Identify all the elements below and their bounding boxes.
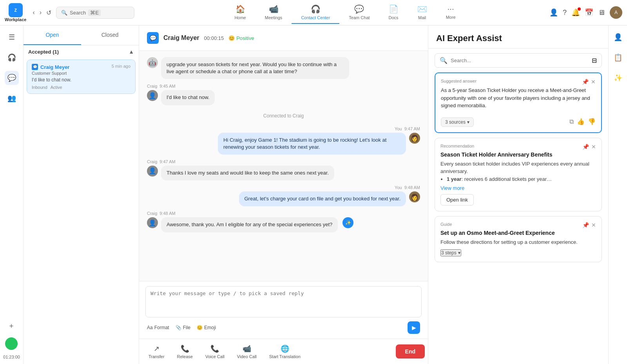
- sidebar-person-icon[interactable]: 👤: [611, 30, 625, 44]
- tab-contact-center-label: Contact Center: [301, 15, 330, 20]
- tab-meetings-label: Meetings: [265, 15, 283, 20]
- close-icon[interactable]: ✕: [591, 79, 596, 85]
- sidebar-chat-icon[interactable]: 💬: [5, 71, 19, 85]
- nav-arrows: ‹ › ↺: [31, 7, 53, 18]
- nav-forward-button[interactable]: ›: [38, 7, 43, 18]
- craig-avatar: 👤: [147, 90, 158, 101]
- video-call-button[interactable]: 📹 Video Call: [231, 341, 263, 362]
- message-group: You 9:47 AM 👩 Hi Craig, enjoy Game 1! Th…: [147, 126, 420, 155]
- steps-button[interactable]: 3 steps ▾: [440, 249, 461, 256]
- view-more-link[interactable]: View more: [440, 185, 596, 191]
- chat-type-icon: 💬: [147, 32, 159, 44]
- tab-meetings[interactable]: 📹 Meetings: [256, 1, 292, 24]
- ai-search-icon: 🔍: [440, 57, 448, 64]
- close-icon[interactable]: ✕: [591, 222, 596, 228]
- message-row: 👤 I'd like to chat now.: [147, 90, 420, 105]
- conv-tag-active: Active: [51, 85, 62, 90]
- message-bubble: Thanks I love my seats and would like to…: [161, 166, 334, 180]
- ai-filter-icon[interactable]: ⊟: [592, 57, 597, 64]
- file-tool[interactable]: 📎 File: [176, 325, 190, 330]
- emoji-tool[interactable]: 😊 Emoji: [197, 325, 216, 330]
- tab-more[interactable]: ··· More: [437, 1, 465, 24]
- chat-sentiment: 😊 Positive: [228, 35, 254, 41]
- bot-avatar: 🤖: [147, 57, 158, 68]
- message-group: Craig 9:47 AM 👤 Thanks I love my seats a…: [147, 159, 420, 180]
- avatar[interactable]: A: [610, 6, 622, 19]
- contact-center-icon: 🎧: [311, 4, 321, 14]
- sentiment-icon: 😊: [228, 35, 235, 41]
- profile-icon[interactable]: 👤: [549, 8, 558, 17]
- search-bar[interactable]: 🔍 Search ⌘E: [56, 7, 134, 19]
- tab-open[interactable]: Open: [24, 25, 81, 45]
- conv-item-header: 💬 Craig Meyer 5 min ago: [32, 64, 130, 70]
- thumbs-down-button[interactable]: 👎: [588, 118, 596, 125]
- left-sidebar: ☰ 🎧 💬 👥 ＋ 01:23:00: [0, 25, 24, 364]
- tab-contact-center[interactable]: 🎧 Contact Center: [292, 1, 339, 24]
- voice-call-button[interactable]: 📞 Voice Call: [199, 341, 231, 362]
- send-icon: ▶: [412, 324, 416, 331]
- voice-call-label: Voice Call: [205, 354, 225, 359]
- transfer-button[interactable]: ↗ Transfer: [142, 341, 171, 362]
- tab-docs[interactable]: 📄 Docs: [379, 1, 408, 24]
- conversation-item[interactable]: 💬 Craig Meyer 5 min ago Customer Support…: [27, 59, 136, 94]
- send-button[interactable]: ▶: [408, 321, 420, 334]
- ai-suggest-button[interactable]: ✨: [342, 217, 353, 228]
- tab-home[interactable]: 🏠 Home: [225, 1, 255, 24]
- chat-input[interactable]: [145, 286, 422, 317]
- sidebar-team-icon[interactable]: 👥: [5, 91, 19, 105]
- nav-history-button[interactable]: ↺: [45, 7, 53, 18]
- message-bubble: Hi Craig, enjoy Game 1! The stadium is g…: [218, 133, 406, 155]
- screen-icon[interactable]: 🖥: [598, 9, 605, 17]
- ai-search-bar[interactable]: 🔍 ⊟: [435, 53, 602, 68]
- pin-icon[interactable]: 📌: [582, 79, 589, 85]
- nav-back-button[interactable]: ‹: [31, 7, 36, 18]
- calendar-icon[interactable]: 📅: [585, 8, 593, 17]
- format-tool[interactable]: Aa Format: [147, 325, 169, 330]
- close-icon[interactable]: ✕: [591, 144, 596, 150]
- tab-mail[interactable]: ✉️ Mail: [408, 1, 437, 24]
- add-icon[interactable]: ＋: [4, 319, 18, 333]
- section-toggle-icon[interactable]: ▲: [129, 49, 134, 55]
- pin-icon[interactable]: 📌: [582, 144, 589, 150]
- message-row: 👤 Awesome, thank you. Am I eligible for …: [147, 217, 420, 232]
- chat-input-area: Aa Format 📎 File 😊 Emoji ▶: [139, 281, 428, 339]
- conv-item-time: 5 min ago: [112, 64, 130, 68]
- ai-search-input[interactable]: [451, 58, 589, 63]
- message-time: 9:47 AM: [159, 159, 175, 164]
- sidebar-clipboard-icon[interactable]: 📋: [611, 50, 625, 65]
- open-link-button[interactable]: Open link: [440, 194, 474, 205]
- chat-footer: ↗ Transfer 📞 Release 📞 Voice Call 📹 Vide…: [139, 339, 428, 364]
- message-meta: You 9:48 AM: [147, 185, 420, 190]
- tab-closed[interactable]: Closed: [81, 25, 139, 45]
- tab-team-chat[interactable]: 💬 Team Chat: [339, 1, 379, 24]
- format-label: Format: [154, 325, 169, 330]
- release-button[interactable]: 📞 Release: [171, 341, 199, 362]
- input-toolbar: Aa Format 📎 File 😊 Emoji ▶: [145, 319, 422, 334]
- tab-team-chat-label: Team Chat: [349, 15, 370, 20]
- help-icon[interactable]: ?: [563, 9, 567, 17]
- sources-button[interactable]: 3 sources ▾: [441, 117, 474, 127]
- sidebar-menu-icon[interactable]: ☰: [5, 30, 19, 44]
- conv-tabs: Open Closed: [24, 25, 139, 45]
- transfer-label: Transfer: [149, 354, 165, 359]
- thumbs-up-button[interactable]: 👍: [577, 118, 585, 125]
- zoom-logo: Z Workplace: [5, 3, 26, 22]
- recommendation-label: Recommendation: [440, 144, 474, 148]
- message-bubble: upgrade your season tickets for next yea…: [161, 57, 349, 79]
- sources-label: 3 sources: [445, 119, 466, 125]
- message-group: Craig 9:48 AM 👤 Awesome, thank you. Am I…: [147, 211, 420, 232]
- top-right: 👤 ? 🔔 📅 🖥 A: [549, 6, 622, 19]
- start-translation-button[interactable]: 🌐 Start Translation: [263, 341, 307, 362]
- message-time: 9:47 AM: [404, 126, 420, 131]
- pin-icon[interactable]: 📌: [582, 222, 589, 228]
- main-layout: ☰ 🎧 💬 👥 ＋ 01:23:00 Open Closed Accepted …: [0, 25, 627, 364]
- notification-icon[interactable]: 🔔: [571, 8, 580, 17]
- section-title: Accepted (1): [28, 49, 59, 55]
- guide-header: Guide 📌 ✕: [440, 222, 596, 230]
- sidebar-ai-icon[interactable]: ✨: [611, 71, 625, 85]
- voice-call-icon: 📞: [210, 344, 219, 353]
- sidebar-headset-icon[interactable]: 🎧: [5, 50, 19, 65]
- end-button[interactable]: End: [396, 344, 425, 359]
- copy-button[interactable]: ⧉: [569, 118, 574, 125]
- status-indicator[interactable]: [5, 337, 18, 350]
